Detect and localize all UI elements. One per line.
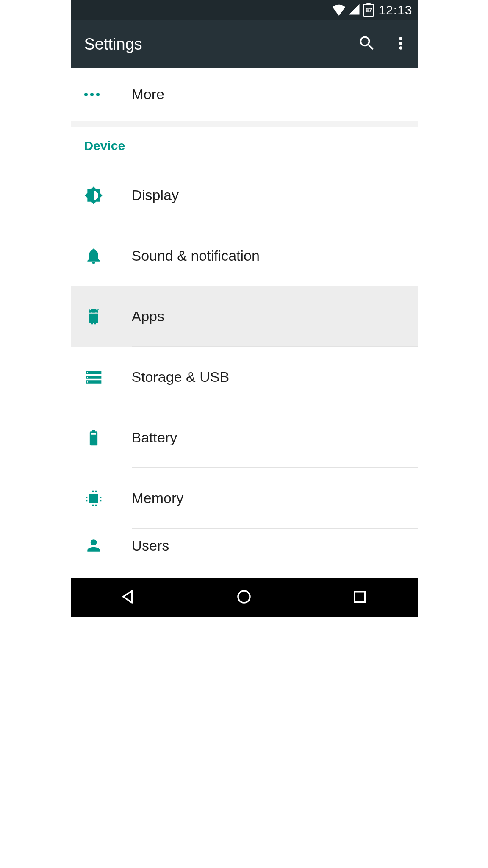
item-label: Users <box>132 537 169 554</box>
recents-icon <box>351 588 369 607</box>
page-title: Settings <box>84 35 350 53</box>
svg-point-0 <box>238 591 250 603</box>
item-storage-usb[interactable]: Storage & USB <box>71 347 418 407</box>
item-label: Battery <box>132 429 177 446</box>
bell-icon <box>84 247 132 265</box>
item-display[interactable]: Display <box>71 165 418 225</box>
brightness-icon <box>84 186 132 205</box>
search-icon <box>358 34 376 54</box>
storage-icon <box>84 368 132 387</box>
item-memory[interactable]: Memory <box>71 468 418 529</box>
item-sound-notification[interactable]: Sound & notification <box>71 225 418 286</box>
item-label: More <box>132 86 164 103</box>
item-battery[interactable]: Battery <box>71 407 418 468</box>
section-header-label: Device <box>84 139 125 153</box>
back-icon <box>119 588 137 607</box>
status-bar: 87 12:13 <box>71 0 418 20</box>
section-gap <box>71 121 418 127</box>
nav-home-button[interactable] <box>219 585 269 610</box>
battery-level: 87 <box>366 7 372 14</box>
item-label: Memory <box>132 490 184 506</box>
overflow-menu-button[interactable] <box>384 20 418 68</box>
nav-back-button[interactable] <box>103 585 154 610</box>
clock: 12:13 <box>378 3 412 17</box>
svg-rect-1 <box>355 592 365 602</box>
item-label: Sound & notification <box>132 248 260 264</box>
section-header-device: Device <box>71 127 418 165</box>
more-horiz-icon <box>84 93 132 96</box>
battery-icon <box>84 428 132 447</box>
item-label: Storage & USB <box>132 369 230 385</box>
wifi-icon <box>333 3 345 17</box>
item-label: Apps <box>132 308 165 325</box>
home-icon <box>235 588 253 607</box>
more-vert-icon <box>391 34 410 54</box>
person-icon <box>84 536 132 555</box>
nav-recents-button[interactable] <box>334 585 385 610</box>
memory-icon <box>84 489 132 508</box>
search-button[interactable] <box>350 20 384 68</box>
app-bar: Settings <box>71 20 418 68</box>
item-users[interactable]: Users <box>71 529 418 562</box>
item-more[interactable]: More <box>71 68 418 121</box>
item-label: Display <box>132 187 179 203</box>
item-apps[interactable]: Apps <box>71 286 418 347</box>
nav-bar <box>71 578 418 617</box>
android-icon <box>84 307 132 326</box>
settings-list: More Device Display Sound & notification <box>71 68 418 562</box>
battery-icon: 87 <box>363 4 374 17</box>
signal-icon <box>348 3 360 17</box>
